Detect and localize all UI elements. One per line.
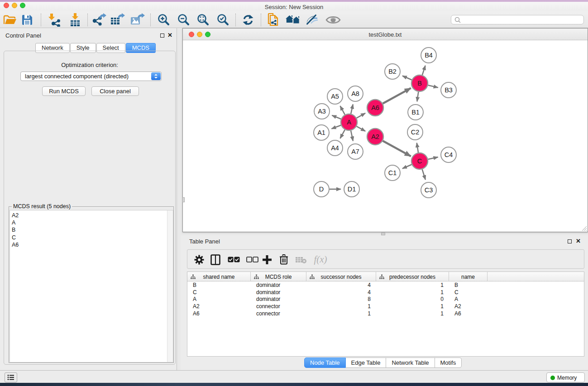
node-B[interactable]: B (411, 75, 428, 91)
node-D1[interactable]: D1 (344, 181, 359, 197)
cell-predecessor-nodes[interactable]: 1 (376, 310, 449, 317)
column-header-successor-nodes[interactable]: successor nodes (306, 272, 376, 281)
edge-C-C1[interactable] (402, 165, 412, 169)
tab-motifs[interactable]: Motifs (435, 357, 462, 368)
edge-A-A8[interactable] (351, 104, 353, 114)
mcds-result-item[interactable]: C (10, 234, 173, 241)
cell-successor-nodes[interactable]: 8 (306, 296, 376, 302)
edge-A2-C[interactable] (383, 141, 411, 156)
node-C4[interactable]: C4 (441, 147, 456, 162)
mcds-result-item[interactable]: A2 (10, 212, 173, 219)
cell-shared-name[interactable]: A (187, 296, 251, 302)
cell-MCDS-role[interactable]: dominator (251, 282, 306, 288)
cell-name[interactable]: B (449, 282, 488, 288)
network-manager-button[interactable] (266, 13, 281, 27)
table-settings-button[interactable] (193, 250, 206, 269)
network-window-titlebar[interactable]: testGlobe.txt (183, 29, 588, 40)
cell-predecessor-nodes[interactable]: 1 (376, 282, 449, 288)
node-A7[interactable]: A7 (348, 144, 363, 159)
node-A[interactable]: A (341, 114, 357, 130)
cell-predecessor-nodes[interactable]: 1 (376, 289, 449, 295)
edge-A-A2[interactable] (357, 126, 365, 131)
function-builder-button[interactable]: f(x) (311, 250, 330, 269)
edge-B-B3[interactable] (428, 85, 438, 87)
mcds-result-item[interactable]: A (10, 219, 173, 226)
zoom-selected-button[interactable] (215, 13, 230, 27)
float-panel-icon[interactable] (160, 33, 164, 38)
select-all-button[interactable] (226, 250, 241, 269)
node-A5[interactable]: A5 (327, 89, 343, 104)
cell-MCDS-role[interactable]: connector (251, 310, 306, 317)
edge-C-C3[interactable] (422, 169, 425, 180)
memory-button[interactable]: Memory (546, 372, 585, 382)
cell-predecessor-nodes[interactable]: 0 (376, 296, 449, 302)
tab-network-table[interactable]: Network Table (386, 357, 435, 368)
tab-node-table[interactable]: Node Table (304, 357, 346, 368)
zoom-in-button[interactable] (156, 13, 171, 27)
edge-A6-B[interactable] (383, 88, 411, 104)
node-B1[interactable]: B1 (408, 105, 423, 120)
edge-C-C2[interactable] (417, 143, 418, 153)
table-row[interactable]: Cdominator41C (187, 289, 584, 296)
open-file-button[interactable] (2, 13, 18, 27)
cell-name[interactable]: A2 (449, 303, 488, 310)
cell-shared-name[interactable]: C (187, 289, 251, 295)
table-row[interactable]: A6connector11A6 (187, 310, 584, 317)
resize-grip-icon[interactable] (582, 226, 587, 231)
cell-successor-nodes[interactable]: 1 (306, 310, 376, 317)
export-image-button[interactable] (130, 13, 145, 27)
criterion-dropdown[interactable]: largest connected component (directed) (20, 71, 162, 81)
node-A1[interactable]: A1 (314, 125, 329, 140)
edge-A-A7[interactable] (351, 131, 353, 141)
zoom-fit-button[interactable] (195, 13, 210, 27)
cell-MCDS-role[interactable]: connector (251, 303, 306, 310)
cell-shared-name[interactable]: A6 (187, 310, 251, 317)
node-B3[interactable]: B3 (441, 82, 456, 98)
edge-C-C4[interactable] (428, 157, 438, 159)
result-scrollbar[interactable] (167, 210, 173, 362)
column-selector-button[interactable] (209, 250, 222, 269)
tab-edge-table[interactable]: Edge Table (346, 357, 387, 368)
splitter-grip[interactable] (182, 197, 185, 202)
edge-B-B1[interactable] (417, 92, 418, 101)
edge-B-B2[interactable] (402, 76, 412, 80)
node-C2[interactable]: C2 (407, 124, 423, 140)
run-mcds-button[interactable]: Run MCDS (42, 86, 86, 96)
node-B2[interactable]: B2 (385, 64, 400, 79)
node-D[interactable]: D (314, 181, 329, 197)
network-canvas[interactable]: B4B2BB3A5A8A6B1A3AC2A1A2A4A7C4CC1C3DD1 (183, 40, 588, 232)
edge-A-A3[interactable] (332, 115, 341, 119)
deselect-all-button[interactable] (245, 250, 259, 269)
refresh-button[interactable] (240, 13, 256, 27)
table-close-icon[interactable]: ✕ (576, 238, 581, 244)
node-C[interactable]: C (411, 153, 428, 169)
export-table-button[interactable] (110, 13, 125, 27)
edge-B-B4[interactable] (422, 66, 425, 75)
node-C1[interactable]: C1 (385, 165, 400, 181)
mcds-result-item[interactable]: A6 (10, 241, 173, 248)
edge-A-A4[interactable] (340, 130, 344, 138)
cell-predecessor-nodes[interactable]: 1 (376, 303, 449, 310)
node-A8[interactable]: A8 (348, 86, 363, 101)
cell-name[interactable]: A (449, 296, 488, 302)
cell-name[interactable]: C (449, 289, 488, 295)
node-A2[interactable]: A2 (367, 129, 383, 145)
cell-successor-nodes[interactable]: 4 (306, 282, 376, 288)
node-A3[interactable]: A3 (314, 104, 330, 119)
close-panel-button[interactable]: Close panel (91, 86, 139, 96)
node-B4[interactable]: B4 (421, 48, 436, 63)
cell-name[interactable]: A6 (449, 310, 488, 317)
edge-A-A6[interactable] (357, 113, 365, 118)
save-session-button[interactable] (19, 13, 35, 27)
cell-MCDS-role[interactable]: dominator (251, 296, 306, 302)
table-row[interactable]: A2connector11A2 (187, 303, 584, 310)
cell-successor-nodes[interactable]: 1 (306, 303, 376, 310)
cell-MCDS-role[interactable]: dominator (251, 289, 306, 295)
hide-graphics-details-button[interactable] (305, 13, 320, 27)
mcds-result-list[interactable]: A2ABCA6 (10, 210, 173, 362)
node-A4[interactable]: A4 (327, 140, 343, 156)
delete-table-button[interactable] (294, 250, 308, 269)
node-A6[interactable]: A6 (367, 100, 383, 116)
import-table-button[interactable] (67, 13, 83, 27)
table-float-icon[interactable] (568, 239, 572, 243)
